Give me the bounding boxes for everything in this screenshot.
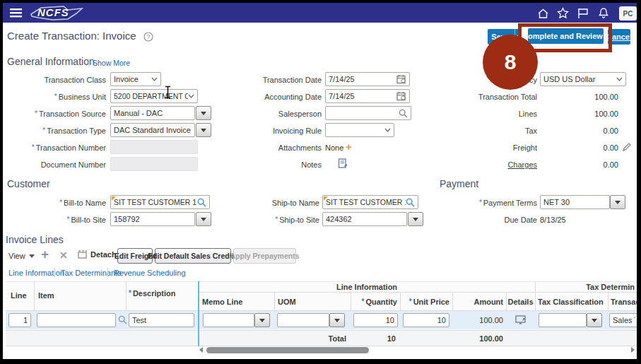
- ncfs-logo[interactable]: NCFS: [25, 4, 86, 22]
- scrollbar-thumb[interactable]: [206, 347, 369, 353]
- details-icon[interactable]: [515, 315, 527, 324]
- lines-value: 100.00: [548, 110, 618, 118]
- delete-row-icon[interactable]: ✕: [59, 249, 68, 261]
- transaction-class-select[interactable]: Invoice: [110, 72, 161, 86]
- currency-label: Currency: [396, 76, 537, 84]
- changed-indicator: [112, 196, 116, 201]
- detach-label: Detach: [90, 250, 117, 259]
- dropdown-arrow-icon: [615, 201, 621, 204]
- row-unit-price-input[interactable]: [403, 313, 449, 327]
- add-attachment-icon[interactable]: +: [346, 141, 352, 153]
- due-date-label: Due Date: [396, 216, 537, 224]
- transaction-total-label: Transaction Total: [396, 93, 537, 101]
- tab-line-information[interactable]: Line Information: [8, 269, 64, 277]
- due-date-value: 8/13/25: [540, 216, 566, 224]
- attachments-label: Attachments: [184, 143, 322, 152]
- detach-button[interactable]: Detach: [78, 250, 117, 259]
- col-memo-line: Memo Line: [202, 298, 242, 306]
- row-tax-classification-input[interactable]: [539, 313, 587, 327]
- scroll-right-arrow[interactable]: [631, 347, 635, 353]
- row-item-input[interactable]: [37, 313, 116, 327]
- transaction-date-label: Transaction Date: [184, 76, 322, 84]
- select-chevron-icon: [616, 77, 623, 81]
- lines-label: Lines: [396, 110, 537, 118]
- tax-value: 0.00: [548, 127, 618, 135]
- bell-icon[interactable]: [598, 7, 609, 19]
- payment-terms-dropdown-button[interactable]: [610, 195, 625, 209]
- frame-edge: [0, 359, 641, 364]
- dropdown-arrow-icon: [29, 254, 35, 258]
- row-amount-value: 100.00: [452, 316, 503, 324]
- edit-pencil-icon[interactable]: [622, 142, 632, 152]
- view-menu-button[interactable]: View: [8, 252, 35, 260]
- hamburger-icon[interactable]: [10, 8, 23, 18]
- row-uom-dropdown-button[interactable]: [329, 313, 345, 327]
- group-tax-determinants: Tax Determin: [535, 283, 635, 291]
- cancel-button[interactable]: Cancel: [608, 29, 630, 45]
- totals-quantity: 10: [332, 334, 396, 343]
- transaction-total-value: 100.00: [548, 93, 618, 101]
- transaction-type-input[interactable]: [110, 123, 195, 137]
- scroll-left-arrow[interactable]: [199, 347, 203, 353]
- row-memo-line-input[interactable]: [203, 313, 254, 327]
- col-amount: Amount: [452, 298, 503, 306]
- ship-to-site-input[interactable]: [322, 212, 407, 226]
- charges-value: 0.00: [548, 160, 618, 169]
- col-description: *Description: [129, 289, 175, 298]
- charges-link[interactable]: Charges: [396, 160, 537, 169]
- row-transaction-input[interactable]: [609, 313, 639, 327]
- row-uom-input[interactable]: [277, 313, 329, 327]
- flag-icon[interactable]: [577, 8, 589, 19]
- frozen-pane-divider[interactable]: [198, 281, 199, 346]
- accounting-date-label: Accounting Date: [184, 93, 322, 101]
- freight-value: 0.00: [548, 143, 618, 152]
- tab-tax-determinants[interactable]: Tax Determinants: [61, 269, 122, 277]
- invoice-lines-table: Line Information Tax Determin Line Item …: [6, 281, 637, 346]
- page-title: Create Transaction: Invoice: [7, 30, 136, 42]
- search-icon[interactable]: [118, 315, 127, 324]
- invoicing-rule-select[interactable]: [325, 123, 394, 137]
- row-line-input[interactable]: [8, 313, 31, 327]
- save-button[interactable]: Save: [488, 29, 519, 45]
- help-icon[interactable]: ?: [143, 32, 153, 42]
- bill-to-site-dropdown-button[interactable]: [196, 212, 211, 226]
- currency-select[interactable]: USD US Dollar: [540, 72, 626, 86]
- bill-to-site-input[interactable]: [110, 212, 195, 226]
- text-cursor: [164, 86, 172, 99]
- payment-terms-input[interactable]: [540, 195, 610, 209]
- notes-icon[interactable]: [338, 158, 348, 169]
- row-tax-classification-dropdown-button[interactable]: [587, 313, 602, 327]
- tab-revenue-scheduling[interactable]: Revenue Scheduling: [114, 269, 186, 277]
- payment-heading: Payment: [440, 178, 478, 189]
- home-icon[interactable]: [537, 8, 549, 19]
- dropdown-arrow-icon: [592, 319, 597, 322]
- general-information-heading: General Information: [7, 56, 95, 67]
- complete-and-review-button[interactable]: Complete and Review: [528, 28, 604, 44]
- transaction-source-input[interactable]: [110, 106, 195, 120]
- dropdown-arrow-icon: [201, 218, 206, 221]
- add-row-icon[interactable]: +: [41, 247, 49, 262]
- user-avatar[interactable]: PC: [619, 6, 637, 20]
- row-quantity-input[interactable]: [353, 313, 398, 327]
- col-tax-classification: Tax Classification: [538, 298, 604, 306]
- show-more-link[interactable]: Show More: [93, 59, 130, 67]
- edit-default-sales-credits-button[interactable]: Edit Default Sales Credits: [155, 248, 231, 264]
- col-transaction: Transac: [611, 298, 637, 306]
- transaction-type-label: *Transaction Type: [0, 127, 106, 135]
- complete-and-review-label: Complete and Review: [522, 32, 603, 40]
- row-description-input[interactable]: [129, 313, 194, 327]
- favorites-icon[interactable]: [557, 7, 569, 19]
- search-icon[interactable]: [197, 198, 206, 207]
- save-dropdown-arrow[interactable]: [514, 29, 521, 45]
- dropdown-arrow-icon: [334, 319, 340, 322]
- row-memo-line-dropdown-button[interactable]: [254, 313, 270, 327]
- col-unit-price: *Unit Price: [400, 298, 449, 306]
- horizontal-scrollbar[interactable]: [199, 346, 635, 355]
- group-divider: [199, 292, 637, 293]
- application-window: NCFS PC Create Transaction: Invoice ? Sa…: [0, 0, 641, 364]
- brand-text: NCFS: [37, 6, 69, 18]
- bill-to-name-input[interactable]: [110, 195, 210, 209]
- select-chevron-icon: [384, 128, 391, 132]
- heading-separator: |: [88, 57, 90, 67]
- frame-edge: [0, 0, 641, 3]
